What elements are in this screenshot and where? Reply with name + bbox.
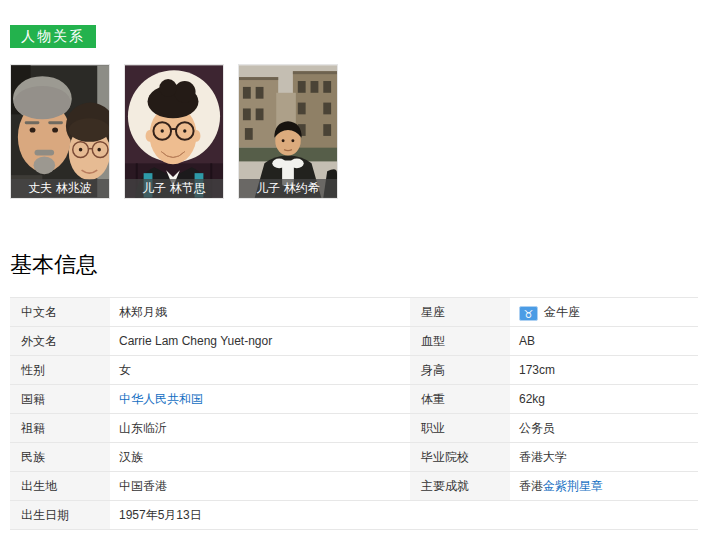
info-value: 1957年5月13日: [110, 501, 410, 529]
value-text: Carrie Lam Cheng Yuet-ngor: [119, 334, 272, 348]
taurus-icon: ♉: [519, 306, 538, 321]
info-value: 香港金紫荆星章: [510, 472, 698, 500]
info-value: 香港大学: [510, 443, 698, 471]
value-text: 香港大学: [519, 450, 567, 464]
inline-link[interactable]: 中华人民共和国: [119, 392, 203, 406]
value-text: 62kg: [519, 392, 545, 406]
relation-card-son-1[interactable]: 儿子 林节思: [124, 64, 224, 199]
info-row: 民族汉族毕业院校香港大学: [10, 443, 698, 472]
info-label: 出生地: [10, 472, 110, 500]
info-row: 性别女身高173cm: [10, 356, 698, 385]
info-label: 星座: [410, 298, 510, 326]
relations-section-tag: 人物关系: [10, 25, 96, 48]
info-row: 祖籍山东临沂职业公务员: [10, 414, 698, 443]
info-value: ♉金牛座: [510, 298, 698, 326]
info-value: 中国香港: [110, 472, 410, 500]
info-label: 出生日期: [10, 501, 110, 529]
info-value: 汉族: [110, 443, 410, 471]
info-value: 173cm: [510, 356, 698, 384]
info-row: 中文名林郑月娥星座♉金牛座: [10, 298, 698, 327]
info-value: 林郑月娥: [110, 298, 410, 326]
info-label: 性别: [10, 356, 110, 384]
relations-photo-row: 丈夫 林兆波: [10, 64, 707, 199]
info-label: 民族: [10, 443, 110, 471]
info-label: 血型: [410, 327, 510, 355]
value-text: 公务员: [519, 421, 555, 435]
info-label: 外文名: [10, 327, 110, 355]
info-label: 毕业院校: [410, 443, 510, 471]
info-label: 职业: [410, 414, 510, 442]
info-value: Carrie Lam Cheng Yuet-ngor: [110, 327, 410, 355]
photo-caption: 儿子 林约希: [239, 179, 337, 198]
baike-profile-page: 人物关系: [0, 0, 707, 543]
value-text: 金牛座: [544, 305, 580, 319]
value-text: AB: [519, 334, 535, 348]
info-row: 国籍中华人民共和国体重62kg: [10, 385, 698, 414]
info-value: 62kg: [510, 385, 698, 413]
value-text: 山东临沂: [119, 421, 167, 435]
info-label: [410, 501, 510, 529]
relation-card-son-2[interactable]: 儿子 林约希: [238, 64, 338, 199]
info-value: 女: [110, 356, 410, 384]
value-text: 林郑月娥: [119, 305, 167, 319]
inline-link[interactable]: 金紫荆星章: [543, 479, 603, 493]
info-label: 身高: [410, 356, 510, 384]
info-label: 体重: [410, 385, 510, 413]
value-text: 女: [119, 363, 131, 377]
photo-caption: 儿子 林节思: [125, 179, 223, 198]
basic-info-title: 基本信息: [10, 252, 707, 278]
info-label: 主要成就: [410, 472, 510, 500]
info-label: 祖籍: [10, 414, 110, 442]
info-value: 中华人民共和国: [110, 385, 410, 413]
value-text: 173cm: [519, 363, 555, 377]
info-label: 国籍: [10, 385, 110, 413]
value-text: 中国香港: [119, 479, 167, 493]
info-value: [510, 501, 698, 529]
info-row: 出生日期1957年5月13日: [10, 501, 698, 530]
info-value: 山东临沂: [110, 414, 410, 442]
photo-caption: 丈夫 林兆波: [11, 179, 109, 198]
info-label: 中文名: [10, 298, 110, 326]
value-text: 汉族: [119, 450, 143, 464]
value-text: 香港: [519, 479, 543, 493]
value-text: 1957年5月13日: [119, 508, 202, 522]
info-value: 公务员: [510, 414, 698, 442]
relation-card-husband[interactable]: 丈夫 林兆波: [10, 64, 110, 199]
basic-info-table: 中文名林郑月娥星座♉金牛座外文名Carrie Lam Cheng Yuet-ng…: [10, 297, 698, 530]
info-row: 外文名Carrie Lam Cheng Yuet-ngor血型AB: [10, 327, 698, 356]
info-value: AB: [510, 327, 698, 355]
info-row: 出生地中国香港主要成就香港金紫荆星章: [10, 472, 698, 501]
